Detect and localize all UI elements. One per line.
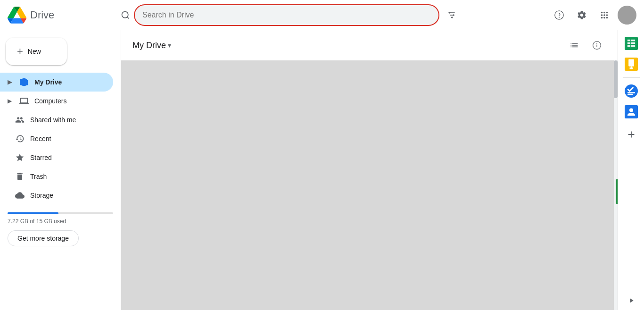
storage-icon xyxy=(15,191,25,200)
sidebar-item-trash-label: Trash xyxy=(30,173,47,180)
sidebar-item-computers-label: Computers xyxy=(34,97,66,105)
right-panel-tasks-icon[interactable] xyxy=(622,82,641,101)
sidebar-item-starred[interactable]: Starred xyxy=(0,148,113,167)
svg-point-0 xyxy=(122,11,128,17)
sidebar: + New ▶ My Drive ▶ Computers xyxy=(0,30,121,310)
right-panel-contacts-icon[interactable] xyxy=(622,102,641,121)
filter-icon[interactable] xyxy=(443,7,460,24)
sidebar-item-storage[interactable]: Storage xyxy=(0,186,113,205)
storage-bar-background xyxy=(8,212,113,214)
recent-icon xyxy=(15,134,25,143)
my-drive-arrow-icon: ▶ xyxy=(8,79,12,85)
green-accent-bar xyxy=(616,179,618,204)
scrollbar-thumb[interactable] xyxy=(614,60,618,98)
svg-point-5 xyxy=(449,12,450,13)
my-drive-icon xyxy=(19,77,29,87)
sidebar-item-computers[interactable]: ▶ Computers xyxy=(0,92,113,110)
svg-rect-17 xyxy=(630,42,635,44)
header-right xyxy=(550,6,636,25)
right-panel-add-button[interactable] xyxy=(622,125,641,144)
svg-point-7 xyxy=(451,17,453,18)
svg-line-1 xyxy=(127,17,129,18)
sidebar-item-trash[interactable]: Trash xyxy=(0,167,113,186)
search-icon xyxy=(121,10,130,20)
svg-rect-21 xyxy=(628,59,634,67)
svg-rect-19 xyxy=(630,45,635,47)
settings-button[interactable] xyxy=(572,6,591,25)
my-drive-title-text: My Drive xyxy=(132,41,166,50)
computers-arrow-icon: ▶ xyxy=(8,98,12,104)
header: Drive xyxy=(0,0,644,30)
content-area: My Drive ▾ xyxy=(121,30,618,310)
right-panel-sheets-icon[interactable] xyxy=(622,34,641,53)
svg-point-24 xyxy=(625,84,638,98)
sidebar-item-storage-label: Storage xyxy=(30,192,53,199)
svg-rect-16 xyxy=(627,42,630,44)
main-layout: + New ▶ My Drive ▶ Computers xyxy=(0,30,644,310)
svg-rect-14 xyxy=(627,40,630,42)
sidebar-item-shared[interactable]: Shared with me xyxy=(0,110,113,129)
content-toolbar: My Drive ▾ xyxy=(121,30,618,60)
new-plus-icon: + xyxy=(17,45,23,58)
list-view-button[interactable] xyxy=(565,36,584,55)
support-button[interactable] xyxy=(550,6,569,25)
logo-text: Drive xyxy=(30,9,54,21)
right-panel-divider xyxy=(623,77,640,78)
info-button[interactable] xyxy=(587,36,606,55)
svg-rect-18 xyxy=(627,45,630,47)
logo-area: Drive xyxy=(8,6,121,25)
sidebar-item-starred-label: Starred xyxy=(30,154,52,161)
right-panel-expand-button[interactable] xyxy=(627,297,635,306)
content-main xyxy=(121,60,614,310)
svg-point-9 xyxy=(559,17,560,17)
svg-point-28 xyxy=(629,108,633,112)
new-button[interactable]: + New xyxy=(6,38,67,65)
get-more-storage-button[interactable]: Get more storage xyxy=(8,230,79,246)
sidebar-item-my-drive-label: My Drive xyxy=(34,78,62,86)
toolbar-right xyxy=(565,36,606,55)
search-input[interactable] xyxy=(134,4,439,26)
svg-point-6 xyxy=(453,14,454,16)
shared-icon xyxy=(15,115,25,125)
starred-icon xyxy=(15,153,25,162)
trash-icon xyxy=(15,172,25,181)
search-area xyxy=(121,4,460,26)
content-main-wrapper xyxy=(121,60,618,310)
apps-grid-button[interactable] xyxy=(595,6,614,25)
avatar[interactable] xyxy=(618,6,636,25)
storage-usage-text: 7.22 GB of 15 GB used xyxy=(8,218,113,225)
svg-rect-23 xyxy=(630,67,631,69)
new-button-label: New xyxy=(28,48,41,55)
computers-icon xyxy=(19,96,29,106)
sidebar-item-shared-label: Shared with me xyxy=(30,116,76,124)
sidebar-item-recent-label: Recent xyxy=(30,135,51,142)
storage-bar-fill xyxy=(8,212,58,214)
sidebar-item-recent[interactable]: Recent xyxy=(0,129,113,148)
svg-rect-15 xyxy=(630,40,635,42)
right-panel-keep-icon[interactable] xyxy=(622,55,641,74)
sidebar-item-my-drive[interactable]: ▶ My Drive xyxy=(0,73,113,92)
drive-logo-icon xyxy=(8,6,26,25)
right-panel xyxy=(618,30,644,310)
storage-section: 7.22 GB of 15 GB used Get more storage xyxy=(8,212,113,246)
my-drive-title[interactable]: My Drive ▾ xyxy=(132,41,171,50)
my-drive-chevron-icon: ▾ xyxy=(168,42,171,49)
